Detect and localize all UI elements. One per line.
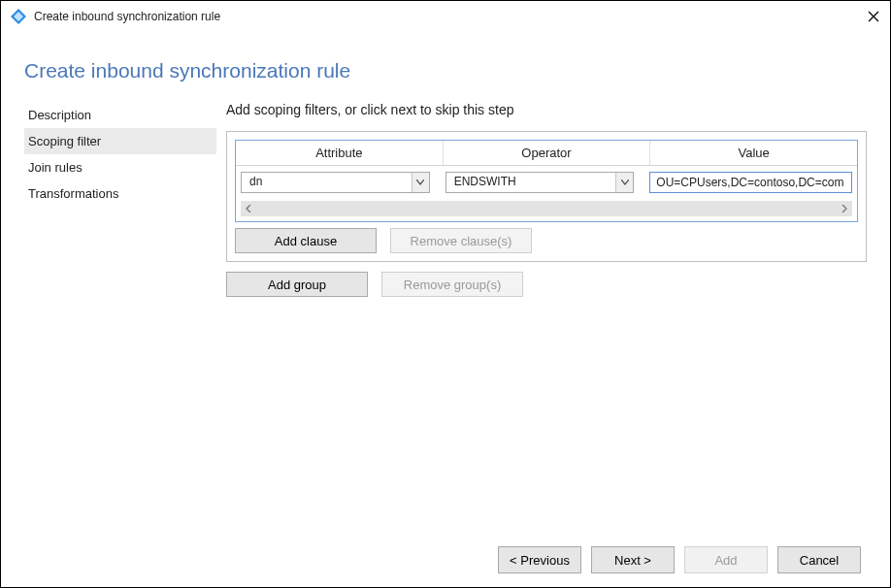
close-icon[interactable]	[867, 10, 880, 23]
add-button[interactable]: Add	[684, 546, 768, 573]
page-title: Create inbound synchronization rule	[1, 32, 890, 102]
sidebar-item-scoping-filter[interactable]: Scoping filter	[24, 128, 216, 154]
previous-button[interactable]: < Previous	[498, 546, 581, 573]
column-header-attribute: Attribute	[236, 141, 444, 165]
horizontal-scrollbar[interactable]	[241, 201, 852, 216]
column-header-value: Value	[650, 141, 857, 165]
add-clause-button[interactable]: Add clause	[235, 228, 377, 253]
operator-select[interactable]: ENDSWITH	[446, 172, 635, 193]
scroll-left-icon[interactable]	[241, 201, 256, 216]
sidebar-item-description[interactable]: Description	[24, 102, 216, 128]
sidebar-item-join-rules[interactable]: Join rules	[24, 154, 216, 180]
app-icon	[11, 9, 26, 24]
wizard-sidebar: Description Scoping filter Join rules Tr…	[24, 102, 216, 297]
clause-grid: Attribute Operator Value dn ENDSWITH	[235, 140, 858, 222]
window-title: Create inbound synchronization rule	[34, 10, 867, 23]
sidebar-item-transformations[interactable]: Transformations	[24, 180, 216, 207]
scroll-right-icon[interactable]	[837, 201, 852, 216]
scroll-track[interactable]	[256, 201, 837, 216]
column-header-operator: Operator	[444, 141, 651, 165]
next-button[interactable]: Next >	[591, 546, 675, 573]
scoping-filter-group: Attribute Operator Value dn ENDSWITH	[226, 131, 867, 262]
step-instruction: Add scoping filters, or click next to sk…	[226, 102, 867, 117]
value-input[interactable]	[649, 172, 852, 193]
attribute-select[interactable]: dn	[241, 172, 430, 193]
remove-clause-button[interactable]: Remove clause(s)	[390, 228, 532, 253]
remove-group-button[interactable]: Remove group(s)	[381, 272, 523, 297]
add-group-button[interactable]: Add group	[226, 272, 368, 297]
cancel-button[interactable]: Cancel	[777, 546, 861, 573]
